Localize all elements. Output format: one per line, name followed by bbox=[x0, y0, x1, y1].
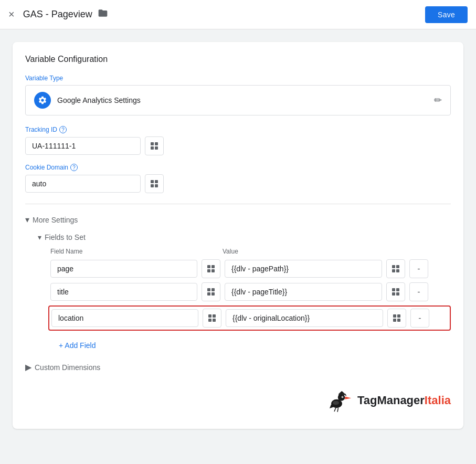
field-name-variable-btn-1[interactable] bbox=[202, 259, 220, 278]
svg-marker-6 bbox=[339, 391, 345, 394]
svg-line-10 bbox=[337, 408, 339, 412]
field-name-variable-btn-3[interactable] bbox=[203, 309, 221, 328]
gear-icon bbox=[38, 96, 47, 105]
field-value-variable-btn-2[interactable] bbox=[386, 282, 405, 301]
variable-selector-icon bbox=[151, 142, 158, 150]
var-icon-v2 bbox=[392, 288, 399, 296]
var-icon-v3 bbox=[393, 314, 400, 322]
field-value-input-3[interactable] bbox=[226, 309, 383, 327]
more-settings-label: More Settings bbox=[33, 216, 78, 224]
save-button[interactable]: Save bbox=[425, 6, 468, 23]
variable-config-card: Variable Configuration Variable Type Goo… bbox=[13, 42, 463, 429]
variable-selector-icon-2 bbox=[151, 180, 158, 187]
top-bar: × GAS - Pageview Save bbox=[0, 0, 476, 29]
var-icon-3 bbox=[208, 314, 216, 322]
close-button[interactable]: × bbox=[8, 8, 15, 20]
var-icon-2 bbox=[207, 288, 215, 296]
tracking-id-help-icon[interactable]: ? bbox=[59, 126, 67, 133]
svg-line-9 bbox=[334, 408, 336, 412]
cookie-domain-help-icon[interactable]: ? bbox=[70, 164, 78, 171]
tracking-id-row bbox=[25, 136, 451, 155]
more-settings-chevron-icon: ▾ bbox=[25, 215, 29, 225]
more-settings-header[interactable]: ▾ More Settings bbox=[25, 215, 451, 225]
cookie-domain-label: Cookie Domain ? bbox=[25, 164, 451, 171]
add-field-button[interactable]: + Add Field bbox=[50, 337, 104, 354]
variable-type-row: Google Analytics Settings ✏ bbox=[25, 85, 451, 115]
var-icon-1 bbox=[207, 265, 215, 272]
var-icon-v1 bbox=[392, 265, 399, 272]
field-value-variable-btn-1[interactable] bbox=[386, 259, 405, 278]
remove-field-btn-2[interactable]: - bbox=[409, 282, 428, 301]
field-row-location: - bbox=[48, 305, 451, 331]
title-text: GAS - Pageview bbox=[23, 9, 92, 20]
cookie-domain-row bbox=[25, 174, 451, 193]
footer-logo: TagManagerItalia bbox=[25, 385, 451, 416]
fields-table-headers: Field Name Value bbox=[50, 248, 451, 255]
cookie-domain-variable-btn[interactable] bbox=[145, 174, 164, 193]
field-name-input-2[interactable] bbox=[50, 283, 197, 301]
variable-type-icon bbox=[34, 92, 51, 109]
field-row-page: - bbox=[50, 259, 451, 278]
variable-type-label: Variable Type bbox=[25, 75, 451, 82]
custom-dimensions-label: Custom Dimensions bbox=[35, 363, 100, 372]
field-value-input-2[interactable] bbox=[225, 283, 382, 301]
field-name-header: Field Name bbox=[50, 248, 218, 255]
remove-field-btn-3[interactable]: - bbox=[410, 309, 429, 328]
cookie-domain-input[interactable] bbox=[25, 175, 141, 193]
svg-line-7 bbox=[345, 394, 346, 396]
value-header: Value bbox=[223, 248, 238, 255]
fields-to-set-label: Fields to Set bbox=[45, 233, 86, 241]
section-title: Variable Configuration bbox=[25, 55, 451, 64]
logo-text: TagManagerItalia bbox=[357, 394, 451, 407]
bird-logo-icon bbox=[322, 385, 353, 416]
field-value-variable-btn-3[interactable] bbox=[387, 309, 406, 328]
edit-icon[interactable]: ✏ bbox=[434, 94, 442, 106]
page-title: GAS - Pageview bbox=[23, 8, 425, 21]
variable-type-name: Google Analytics Settings bbox=[57, 96, 434, 104]
svg-point-4 bbox=[343, 396, 344, 397]
tracking-id-variable-btn[interactable] bbox=[145, 136, 164, 155]
fields-to-set-chevron-icon: ▾ bbox=[38, 233, 41, 241]
svg-marker-2 bbox=[345, 397, 351, 399]
tracking-id-label: Tracking ID ? bbox=[25, 126, 451, 133]
logo-tag-manager: TagManager bbox=[357, 394, 425, 407]
field-name-input-1[interactable] bbox=[50, 260, 197, 278]
svg-rect-5 bbox=[339, 394, 345, 395]
tracking-id-input[interactable] bbox=[25, 137, 141, 155]
fields-to-set-section: ▾ Fields to Set Field Name Value - bbox=[38, 233, 451, 354]
fields-to-set-header[interactable]: ▾ Fields to Set bbox=[38, 233, 451, 241]
custom-dimensions-chevron-icon: ▶ bbox=[25, 362, 31, 372]
field-name-variable-btn-2[interactable] bbox=[202, 282, 220, 301]
main-content: Variable Configuration Variable Type Goo… bbox=[0, 29, 476, 441]
field-name-input-3[interactable] bbox=[51, 309, 198, 327]
custom-dimensions-header[interactable]: ▶ Custom Dimensions bbox=[25, 362, 451, 372]
svg-point-11 bbox=[333, 401, 339, 405]
folder-icon[interactable] bbox=[98, 8, 108, 21]
logo-italia: Italia bbox=[425, 394, 451, 407]
field-value-input-1[interactable] bbox=[225, 260, 382, 278]
divider bbox=[25, 204, 451, 204]
remove-field-btn-1[interactable]: - bbox=[409, 259, 428, 278]
field-row-title: - bbox=[50, 282, 451, 301]
